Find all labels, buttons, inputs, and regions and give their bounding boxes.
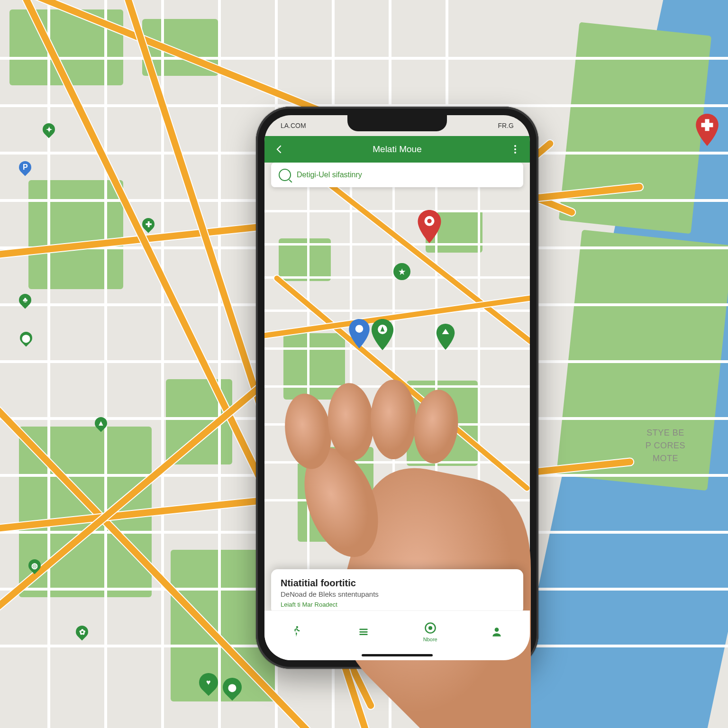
overflow-menu-button[interactable]	[509, 143, 521, 155]
map-pin-green[interactable]	[435, 324, 456, 350]
road-minor	[478, 186, 480, 613]
map-area-label: STYE BE P CORES MOTE	[646, 427, 685, 465]
road-minor	[264, 243, 530, 246]
profile-icon	[490, 625, 503, 638]
road-minor	[350, 186, 352, 613]
home-indicator	[362, 654, 433, 656]
svg-text:★: ★	[399, 268, 406, 276]
road-minor	[435, 186, 437, 613]
poi-pin-icon: P	[17, 159, 34, 176]
poi-pin-icon: ✦	[40, 121, 58, 138]
map-pin-green[interactable]	[370, 319, 395, 350]
location-icon	[424, 621, 437, 635]
app-bar: Melati Moue	[264, 136, 530, 163]
tab-walk[interactable]	[291, 625, 304, 638]
road-minor	[392, 186, 395, 613]
road-minor	[264, 499, 530, 501]
svg-point-19	[428, 626, 432, 630]
road-minor	[264, 423, 530, 426]
back-button[interactable]	[273, 143, 285, 155]
search-bar[interactable]: Detigi-Uel sifastinry	[271, 163, 523, 187]
map-area-label-line: P CORES	[646, 439, 685, 452]
road-minor	[307, 186, 309, 613]
map-pin-red[interactable]	[416, 210, 443, 243]
road-minor	[104, 0, 107, 728]
place-card[interactable]: Ntiatitial foortitic DeNoad de Bleks snt…	[271, 569, 523, 615]
svg-rect-16	[360, 631, 368, 633]
phone-frame: LA.COM FR.G Melati Moue Detigi-Uel sifas…	[256, 107, 538, 669]
tab-list[interactable]	[357, 625, 370, 638]
park-block	[28, 180, 123, 289]
svg-rect-15	[360, 629, 368, 630]
tab-bar: Nbore	[264, 610, 530, 660]
park-block	[559, 22, 711, 234]
svg-point-20	[495, 628, 499, 632]
map-pin-green[interactable]: ★	[392, 262, 411, 281]
svg-rect-17	[360, 634, 368, 635]
tab-location[interactable]: Nbore	[423, 621, 437, 642]
poi-pin-icon: ⬤	[18, 329, 35, 347]
list-icon	[357, 625, 370, 638]
phone-screen: LA.COM FR.G Melati Moue Detigi-Uel sifas…	[264, 115, 530, 660]
phone-notch	[347, 115, 447, 131]
status-left-text: LA.COM	[281, 122, 306, 129]
tab-label: Nbore	[423, 637, 437, 642]
road-minor	[264, 385, 530, 388]
dot-icon	[514, 148, 516, 150]
place-link[interactable]: Leiaft ti Mar Roadect	[281, 601, 514, 608]
place-title: Ntiatitial foortitic	[281, 578, 514, 589]
svg-point-8	[427, 219, 431, 223]
dot-icon	[514, 145, 516, 147]
chevron-left-icon	[274, 145, 284, 154]
road-minor	[264, 461, 530, 464]
road-minor	[0, 57, 728, 60]
hospital-pin-icon	[691, 114, 723, 146]
map-area-label-line: STYE BE	[646, 427, 685, 439]
map-area-label-line: MOTE	[646, 452, 685, 465]
app-title: Melati Moue	[285, 144, 509, 155]
tab-profile[interactable]	[490, 625, 503, 638]
road-minor	[264, 210, 530, 212]
svg-rect-1	[701, 123, 713, 127]
svg-point-11	[355, 325, 364, 333]
map-pin-green-small[interactable]	[307, 466, 321, 480]
svg-point-14	[312, 471, 317, 475]
search-icon	[279, 169, 291, 181]
status-right-text: FR.G	[498, 122, 514, 129]
stage: ✦ ♣ ⬤ P ✚ ▲ ◍ ✿ ♥ ⬤ STYE BE P CORES MOTE	[0, 0, 728, 728]
park-block	[283, 333, 345, 400]
road-minor	[47, 0, 50, 728]
poi-pin-icon: ✿	[73, 623, 91, 641]
dot-icon	[514, 152, 516, 154]
map-pin-blue[interactable]	[347, 319, 371, 348]
road-minor	[264, 347, 530, 350]
walk-icon	[291, 625, 304, 638]
place-subtitle: DeNoad de Bleks sntentupants	[281, 590, 514, 598]
search-placeholder: Detigi-Uel sifastinry	[297, 171, 362, 179]
road-minor	[218, 0, 221, 728]
